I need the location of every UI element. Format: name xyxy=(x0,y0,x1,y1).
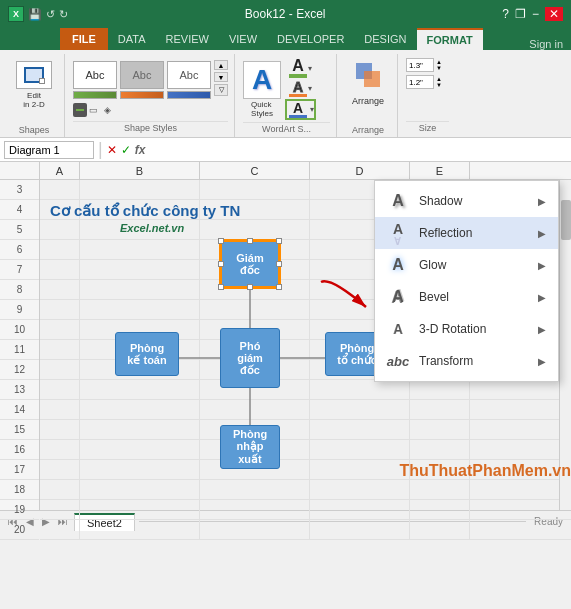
menu-item-bevel[interactable]: A Bevel ▶ xyxy=(375,281,558,313)
edit-shape-icon xyxy=(16,61,52,89)
org-box-phongnhapxuat[interactable]: Phòngnhậpxuất xyxy=(220,425,280,469)
row-9[interactable]: 9 xyxy=(0,300,39,320)
handle-tm[interactable] xyxy=(247,238,253,244)
signin-link[interactable]: Sign in xyxy=(521,38,571,50)
handle-bm[interactable] xyxy=(247,284,253,290)
scroll-up-btn[interactable]: ▲ xyxy=(214,60,228,70)
tab-data[interactable]: DATA xyxy=(108,28,156,50)
size-label: Size xyxy=(406,121,449,133)
row-5[interactable]: 5 xyxy=(0,220,39,240)
shape-style-3[interactable]: Abc xyxy=(167,61,211,89)
wordart-group: A QuickStyles A ▾ A ▾ xyxy=(237,54,337,137)
arrange-button[interactable]: Arrange xyxy=(347,56,389,106)
row-8[interactable]: 8 xyxy=(0,280,39,300)
row-12[interactable]: 12 xyxy=(0,360,39,380)
menu-item-transform[interactable]: abc Transform ▶ xyxy=(375,345,558,377)
row-14[interactable]: 14 xyxy=(0,400,39,420)
row-3[interactable]: 3 xyxy=(0,180,39,200)
header-corner xyxy=(0,162,40,179)
restore-icon[interactable]: ❐ xyxy=(515,7,526,21)
org-box-phogiamdoc[interactable]: Phógiámđốc xyxy=(220,328,280,388)
tab-review[interactable]: REVIEW xyxy=(156,28,219,50)
minimize-icon[interactable]: − xyxy=(532,7,539,21)
vertical-scrollbar[interactable] xyxy=(559,180,571,510)
close-icon[interactable]: ✕ xyxy=(545,7,563,21)
row-13[interactable]: 13 xyxy=(0,380,39,400)
confirm-formula-icon[interactable]: ✓ xyxy=(121,143,131,157)
text-outline-arrow[interactable]: ▾ xyxy=(308,84,312,93)
org-subtitle: Excel.net.vn xyxy=(120,222,184,234)
shape-effects-icon[interactable]: ◈ xyxy=(104,103,111,117)
col-header-e[interactable]: E xyxy=(410,162,470,179)
scroll-down-btn[interactable]: ▼ xyxy=(214,72,228,82)
col-header-a[interactable]: A xyxy=(40,162,80,179)
watermark: ThuThuatPhanMem.vn xyxy=(399,462,571,480)
handle-mr[interactable] xyxy=(276,261,282,267)
text-effects-button[interactable]: A ▾ xyxy=(285,99,316,120)
quick-styles-button[interactable]: A QuickStyles xyxy=(243,61,281,118)
tab-developer[interactable]: DEVELOPER xyxy=(267,28,354,50)
help-icon[interactable]: ? xyxy=(502,7,509,21)
size-height-spinner[interactable]: ▲ ▼ xyxy=(436,59,442,71)
tab-format[interactable]: FORMAT xyxy=(417,28,483,50)
org-box-phongketoan[interactable]: Phòngkế toán xyxy=(115,332,179,376)
insert-function-icon[interactable]: fx xyxy=(135,143,146,157)
handle-tl[interactable] xyxy=(218,238,224,244)
shape-style-2[interactable]: Abc xyxy=(120,61,164,89)
shape-style-1[interactable]: Abc xyxy=(73,61,117,89)
menu-item-glow[interactable]: A Glow ▶ xyxy=(375,249,558,281)
row-18[interactable]: 18 xyxy=(0,480,39,500)
name-box[interactable]: Diagram 1 xyxy=(4,141,94,159)
cancel-formula-icon[interactable]: ✕ xyxy=(107,143,117,157)
text-effects-arrow[interactable]: ▾ xyxy=(310,105,314,114)
wordart-label: WordArt S... xyxy=(243,122,330,134)
shape-fill-icon[interactable] xyxy=(73,103,87,117)
row-19[interactable]: 19 xyxy=(0,500,39,520)
expand-btn[interactable]: ▽ xyxy=(214,84,228,96)
ribbon: Editin 2-D Shapes Abc Abc Abc xyxy=(0,50,571,138)
row-15[interactable]: 15 xyxy=(0,420,39,440)
col-header-b[interactable]: B xyxy=(80,162,200,179)
row-7[interactable]: 7 xyxy=(0,260,39,280)
arrange-group: Arrange Arrange xyxy=(339,54,398,137)
menu-item-shadow[interactable]: A Shadow ▶ xyxy=(375,185,558,217)
text-fill-button[interactable]: A ▾ xyxy=(289,58,312,78)
row-17[interactable]: 17 xyxy=(0,460,39,480)
menu-item-3d-rotation[interactable]: A 3-D Rotation ▶ xyxy=(375,313,558,345)
size-width-input[interactable]: 1.2" xyxy=(406,75,434,89)
shape-outline-icon[interactable]: ▭ xyxy=(89,103,98,117)
title-bar-controls: ? ❐ − ✕ xyxy=(502,7,563,21)
formula-bar-divider: | xyxy=(98,139,103,160)
col-header-d[interactable]: D xyxy=(310,162,410,179)
shapes-group: Editin 2-D Shapes xyxy=(4,54,65,137)
menu-item-reflection[interactable]: A A Reflection ▶ xyxy=(375,217,558,249)
size-width-spinner[interactable]: ▲ ▼ xyxy=(436,76,442,88)
row-20[interactable]: 20 xyxy=(0,520,39,540)
tab-design[interactable]: DESIGN xyxy=(354,28,416,50)
tab-file[interactable]: FILE xyxy=(60,28,108,50)
shape-color-bar-3 xyxy=(167,91,211,99)
shape-styles-label: Shape Styles xyxy=(73,121,228,133)
text-effects-underline xyxy=(289,115,307,118)
scrollbar-thumb[interactable] xyxy=(561,200,571,240)
handle-bl[interactable] xyxy=(218,284,224,290)
org-box-giamdoc[interactable]: Giámđốc xyxy=(220,240,280,288)
row-16[interactable]: 16 xyxy=(0,440,39,460)
tab-view[interactable]: VIEW xyxy=(219,28,267,50)
row-4[interactable]: 4 xyxy=(0,200,39,220)
size-height-input[interactable]: 1.3" xyxy=(406,58,434,72)
title-bar-left: X 💾 ↺ ↻ xyxy=(8,6,68,22)
transform-label: Transform xyxy=(419,354,528,368)
col-header-c[interactable]: C xyxy=(200,162,310,179)
row-10[interactable]: 10 xyxy=(0,320,39,340)
row-6[interactable]: 6 xyxy=(0,240,39,260)
edit-in-2d-button[interactable]: Editin 2-D xyxy=(10,56,58,123)
row-11[interactable]: 11 xyxy=(0,340,39,360)
dropdown-menu: A Shadow ▶ A A Reflection ▶ A xyxy=(374,180,559,382)
text-outline-button[interactable]: A ▾ xyxy=(289,80,312,97)
handle-tr[interactable] xyxy=(276,238,282,244)
handle-ml[interactable] xyxy=(218,261,224,267)
shape-color-bar-1 xyxy=(73,91,117,99)
text-fill-arrow[interactable]: ▾ xyxy=(308,64,312,73)
handle-br[interactable] xyxy=(276,284,282,290)
